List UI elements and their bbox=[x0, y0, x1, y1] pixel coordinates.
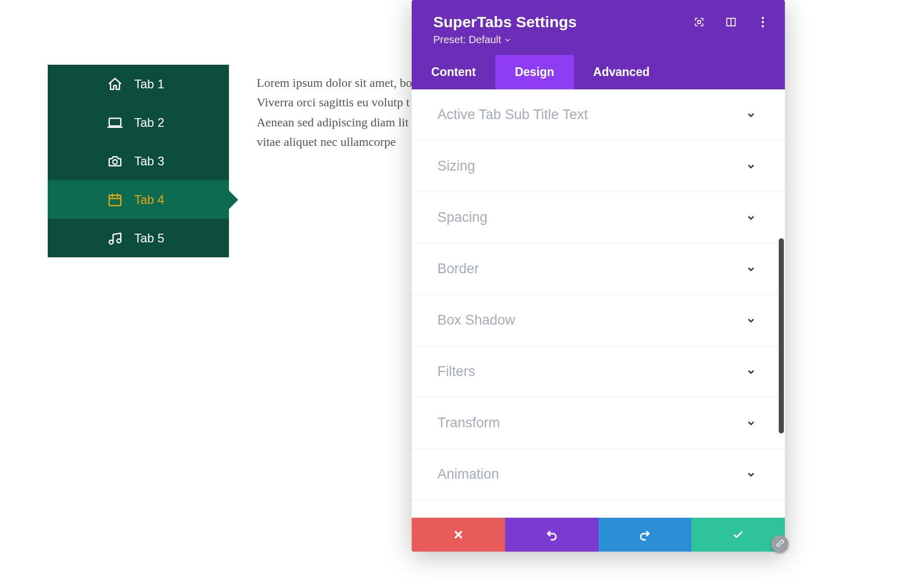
modal-body: Active Tab Sub Title Text Sizing Spacing… bbox=[412, 89, 785, 518]
svg-rect-0 bbox=[109, 118, 121, 126]
chevron-down-icon bbox=[746, 469, 756, 480]
chevron-down-icon bbox=[746, 161, 756, 172]
section-label: Transform bbox=[437, 415, 500, 431]
chevron-down-icon bbox=[746, 213, 756, 223]
wrench-icon bbox=[775, 539, 784, 549]
tab-item-1[interactable]: Tab 1 bbox=[48, 65, 229, 103]
section-transform[interactable]: Transform bbox=[412, 398, 785, 449]
save-button[interactable] bbox=[691, 518, 785, 552]
tab-content[interactable]: Content bbox=[412, 55, 495, 89]
more-icon[interactable] bbox=[756, 15, 769, 29]
undo-button[interactable] bbox=[505, 518, 599, 552]
section-label: Animation bbox=[437, 466, 499, 482]
section-box-shadow[interactable]: Box Shadow bbox=[412, 295, 785, 346]
section-spacing[interactable]: Spacing bbox=[412, 192, 785, 243]
section-label: Spacing bbox=[437, 210, 488, 225]
modal-tabs: Content Design Advanced bbox=[412, 55, 785, 89]
section-label: Border bbox=[437, 261, 479, 277]
section-border[interactable]: Border bbox=[412, 243, 785, 295]
tab-label: Tab 2 bbox=[134, 116, 170, 130]
svg-point-3 bbox=[109, 240, 113, 244]
calendar-icon bbox=[107, 192, 123, 208]
preset-selector[interactable]: Preset: Default bbox=[433, 34, 763, 46]
chevron-down-icon bbox=[746, 367, 756, 377]
tab-label: Tab 3 bbox=[134, 154, 170, 168]
section-animation[interactable]: Animation bbox=[412, 449, 785, 500]
settings-sections: Active Tab Sub Title Text Sizing Spacing… bbox=[412, 89, 785, 518]
modal-footer bbox=[412, 518, 785, 552]
svg-point-1 bbox=[112, 159, 117, 164]
svg-point-9 bbox=[762, 25, 764, 27]
redo-button[interactable] bbox=[599, 518, 692, 552]
tab-advanced[interactable]: Advanced bbox=[574, 55, 669, 89]
svg-point-7 bbox=[762, 17, 764, 19]
chevron-down-icon bbox=[746, 315, 756, 326]
section-label: Sizing bbox=[437, 158, 475, 174]
section-sizing[interactable]: Sizing bbox=[412, 141, 785, 192]
chevron-down-icon bbox=[746, 264, 756, 274]
close-icon bbox=[453, 529, 464, 540]
tab-design[interactable]: Design bbox=[495, 55, 574, 89]
section-filters[interactable]: Filters bbox=[412, 346, 785, 398]
vertical-tabs: Tab 1 Tab 2 Tab 3 Tab 4 Tab 5 bbox=[48, 65, 229, 257]
chevron-down-icon bbox=[746, 110, 756, 120]
tab-item-3[interactable]: Tab 3 bbox=[48, 142, 229, 180]
undo-icon bbox=[546, 529, 558, 541]
section-label: Box Shadow bbox=[437, 312, 515, 328]
scrollbar-thumb[interactable] bbox=[779, 238, 784, 433]
expand-icon[interactable] bbox=[692, 15, 706, 29]
home-icon bbox=[107, 76, 123, 92]
music-icon bbox=[107, 230, 123, 247]
check-icon bbox=[732, 529, 744, 541]
preset-label: Preset: Default bbox=[433, 34, 501, 46]
svg-point-8 bbox=[762, 21, 764, 23]
tab-label: Tab 1 bbox=[134, 77, 170, 91]
tab-item-4[interactable]: Tab 4 bbox=[48, 180, 229, 219]
svg-point-4 bbox=[117, 239, 121, 243]
settings-modal: SuperTabs Settings Preset: Default Conte… bbox=[412, 0, 785, 552]
modal-header: SuperTabs Settings Preset: Default bbox=[412, 0, 785, 55]
help-fab[interactable] bbox=[771, 535, 788, 553]
svg-rect-2 bbox=[109, 195, 121, 205]
laptop-icon bbox=[107, 115, 123, 131]
chevron-down-icon bbox=[746, 418, 756, 428]
svg-rect-5 bbox=[698, 21, 701, 24]
cancel-button[interactable] bbox=[412, 518, 505, 552]
caret-down-icon bbox=[505, 37, 510, 43]
tab-label: Tab 5 bbox=[134, 231, 170, 246]
section-label: Filters bbox=[437, 364, 475, 380]
section-active-tab-subtitle[interactable]: Active Tab Sub Title Text bbox=[412, 89, 785, 141]
tab-item-5[interactable]: Tab 5 bbox=[48, 219, 229, 257]
section-label: Active Tab Sub Title Text bbox=[437, 107, 588, 123]
tab-item-2[interactable]: Tab 2 bbox=[48, 103, 229, 142]
columns-icon[interactable] bbox=[724, 15, 738, 29]
camera-icon bbox=[107, 153, 123, 169]
tab-label: Tab 4 bbox=[134, 193, 170, 207]
redo-icon bbox=[639, 529, 651, 541]
